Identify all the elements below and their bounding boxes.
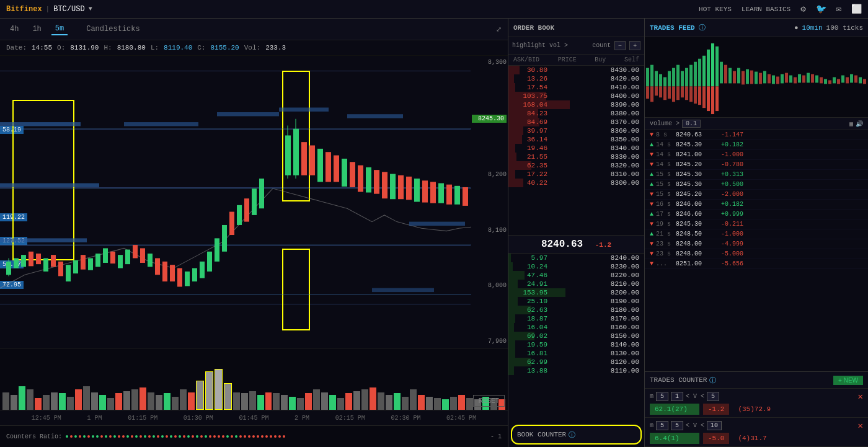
ob-ask-row[interactable]: 62.35 8320.00 [508, 161, 644, 170]
svg-rect-119 [768, 74, 771, 84]
tc-close-btn[interactable]: ✕ [858, 391, 863, 402]
ob-bid-row[interactable]: 18.87 8170.00 [508, 314, 644, 323]
ob-bid-row[interactable]: 69.02 8150.00 [508, 332, 644, 340]
ob-minus-btn[interactable]: − [614, 41, 626, 50]
ask-qty: 17.54 [513, 84, 547, 91]
reset-button[interactable]: RESET [473, 395, 505, 407]
svg-rect-37 [177, 268, 182, 287]
orderbook-panel: ORDER BOOK highlight vol > count − + ASK… [508, 19, 645, 447]
ob-ask-row[interactable]: 30.80 8430.00 [508, 66, 644, 74]
ob-ask-row[interactable]: 13.26 8420.00 [508, 74, 644, 83]
ratio-dot-green-4 [92, 435, 94, 438]
trading-pair[interactable]: BTC/USD [53, 5, 84, 14]
svg-rect-61 [366, 167, 371, 193]
book-counter[interactable]: BOOK COUNTER ⓘ [511, 425, 642, 445]
ob-ask-row[interactable]: 84.69 8370.00 [508, 118, 644, 126]
speaker-icon[interactable]: 🔊 [856, 120, 863, 128]
time-btn-1h[interactable]: 1h [29, 24, 45, 35]
svg-rect-25 [88, 258, 93, 270]
candlestick-chart [0, 56, 471, 348]
ratio-dot-red-21 [231, 435, 233, 438]
svg-rect-48 [259, 179, 264, 208]
ob-bid-row[interactable]: 16.04 8160.00 [508, 323, 644, 332]
tc-m-val[interactable]: 5 [656, 392, 668, 401]
tc-second-val[interactable]: 1 [671, 392, 683, 401]
tf-trade-row: ▲ 14 s 8245.30 +0.182 [645, 140, 868, 150]
ob-ask-row[interactable]: 36.14 8350.00 [508, 135, 644, 144]
trades-counter-header: TRADES COUNTER ⓘ + NEW [645, 371, 868, 389]
hotkeys-link[interactable]: HOT KEYS [699, 6, 732, 13]
tc-v-val[interactable]: 10 [707, 421, 722, 430]
trade-price: 8245.30 [676, 171, 710, 178]
ob-bid-row[interactable]: 24.91 8210.00 [508, 280, 644, 288]
ob-bid-row[interactable]: 16.81 8130.00 [508, 349, 644, 358]
ob-bid-row[interactable]: 62.63 8180.00 [508, 306, 644, 314]
ob-ask-row[interactable]: 17.54 8410.00 [508, 83, 644, 92]
ob-bid-row[interactable]: 47.46 8220.00 [508, 271, 644, 280]
settings-icon[interactable]: ⚙ [800, 4, 805, 14]
trade-direction-icon: ▲ [650, 231, 653, 237]
tf-interval[interactable]: 10min [802, 24, 823, 32]
chart-type-label[interactable]: Candlesticks [86, 25, 140, 33]
ob-plus-btn[interactable]: + [629, 41, 640, 50]
tf-ticks[interactable]: 100 ticks [826, 24, 863, 32]
tc-close-btn[interactable]: ✕ [858, 420, 863, 431]
svg-rect-115 [750, 71, 753, 84]
svg-rect-8 [217, 112, 279, 116]
ob-bid-row[interactable]: 10.24 8230.00 [508, 262, 644, 271]
ob-ask-row[interactable]: 84.23 8380.00 [508, 109, 644, 118]
ask-qty: 19.46 [513, 144, 547, 152]
window-icon[interactable]: ⬜ [851, 4, 862, 14]
ob-ask-row[interactable]: 168.04 8390.00 [508, 100, 644, 109]
svg-rect-69 [430, 182, 436, 203]
bid-qty: 13.88 [513, 367, 547, 374]
ob-ask-row[interactable]: 17.22 8310.00 [508, 170, 644, 179]
tc-counter-row: m 5 1 < V < 5 ✕ 62.1(27) -1.2 (35)72.9 [645, 389, 868, 418]
col-ask-bid: ASK/BID [513, 56, 539, 63]
svg-rect-17 [29, 252, 33, 267]
svg-rect-121 [776, 77, 779, 84]
mail-icon[interactable]: ✉ [836, 4, 841, 14]
trade-age: 14 s [656, 151, 673, 158]
ob-bid-row[interactable]: 25.10 8190.00 [508, 297, 644, 306]
ob-bid-row[interactable]: 62.99 8120.00 [508, 358, 644, 366]
tc-second-val[interactable]: 5 [671, 421, 683, 430]
ob-bid-row[interactable]: 19.59 8140.00 [508, 340, 644, 349]
table-icon[interactable]: ▦ [849, 120, 853, 128]
ob-ask-row[interactable]: 103.75 8400.00 [508, 92, 644, 100]
ob-ask-row[interactable]: 40.22 8300.00 [508, 179, 644, 187]
time-btn-5m[interactable]: 5m [51, 23, 68, 35]
ob-bid-row[interactable]: 13.88 8110.00 [508, 366, 644, 375]
tc-v-val[interactable]: 5 [707, 392, 719, 401]
svg-rect-87 [702, 56, 706, 87]
time-axis: 12:45 PM 1 PM 01:15 PM 01:30 PM 01:45 PM… [0, 410, 508, 425]
svg-rect-76 [655, 71, 658, 87]
ob-bid-rows: 5.97 8240.0010.24 8230.0047.46 8220.0024… [508, 254, 644, 423]
svg-rect-72 [454, 186, 460, 205]
pair-dropdown-arrow[interactable]: ▼ [89, 6, 92, 12]
volume-val[interactable]: 0.1 [682, 120, 701, 128]
svg-rect-22 [66, 265, 71, 281]
tf-dot: ● [794, 24, 799, 32]
svg-rect-86 [698, 59, 701, 87]
ob-ask-row[interactable]: 19.46 8340.00 [508, 144, 644, 153]
ob-bid-row[interactable]: 153.95 8200.00 [508, 288, 644, 297]
ob-ask-row[interactable]: 21.55 8330.00 [508, 153, 644, 161]
time-btn-4h[interactable]: 4h [6, 24, 22, 35]
trades-panel: TRADES FEED ⓘ ● 10min 100 ticks [645, 19, 868, 447]
ob-ask-row[interactable]: 39.97 8360.00 [508, 126, 644, 135]
tc-new-button[interactable]: + NEW [833, 376, 863, 385]
ask-price: 8380.00 [602, 110, 639, 117]
time-tick-145: 01:45 PM [239, 415, 268, 422]
trade-direction-icon: ▼ [650, 201, 653, 208]
ob-bid-row[interactable]: 5.97 8240.00 [508, 254, 644, 262]
twitter-icon[interactable]: 🐦 [816, 4, 826, 14]
trade-price: 8248.50 [676, 231, 710, 237]
learn-basics-link[interactable]: LEARN BASICS [742, 6, 790, 13]
expand-icon[interactable]: ⤢ [496, 25, 502, 33]
tc-m-label: m [650, 393, 653, 400]
tc-m-val[interactable]: 5 [656, 421, 668, 430]
svg-rect-92 [650, 86, 653, 102]
tf-trade-row: ▼ 23 s 8248.00 -5.000 [645, 249, 868, 259]
chart-area[interactable]: 8,300 8245.30 8,200 8,100 8,000 7,900 58… [0, 56, 508, 348]
